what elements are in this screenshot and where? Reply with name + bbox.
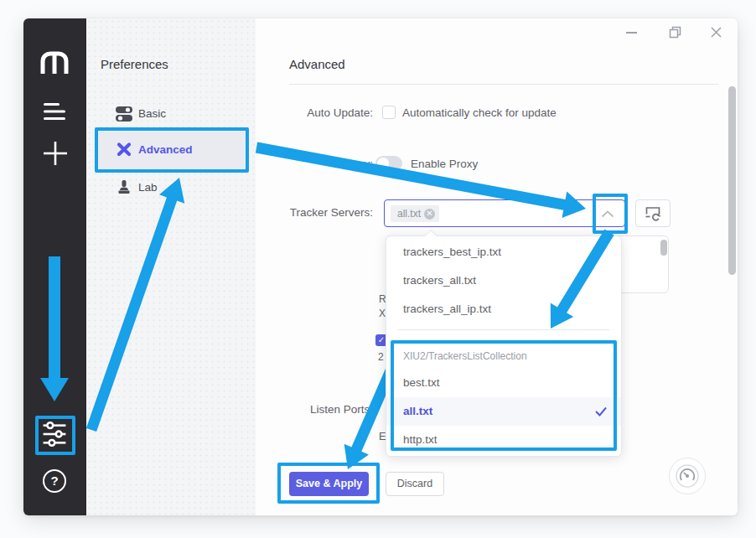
sidebar-item-label: Lab [138, 171, 158, 204]
dropdown-option[interactable]: trackers_best_ip.txt [386, 238, 621, 266]
tag-label: all.txt [397, 205, 421, 222]
tag-remove-icon[interactable]: ✕ [424, 209, 435, 220]
sidebar-item-basic[interactable]: Basic [96, 97, 248, 131]
dropdown-option[interactable]: http.txt [386, 426, 621, 454]
preferences-title: Preferences [101, 57, 226, 77]
discard-button[interactable]: Discard [386, 472, 444, 496]
sync-monitor-icon [645, 205, 661, 221]
sidebar-item-label: Advanced [138, 130, 193, 163]
auto-update-checkbox-label[interactable]: Automatically check for update [402, 105, 612, 122]
restore-icon [669, 26, 681, 39]
minimize-icon [626, 27, 637, 38]
selected-tracker-tag[interactable]: all.txt ✕ [391, 205, 439, 222]
preferences-panel [86, 18, 256, 515]
sidebar-item-label: Basic [138, 97, 166, 131]
app-window: ? Preferences Basic Advanced Lab [23, 18, 738, 515]
dropdown-option[interactable]: best.txt [386, 369, 621, 397]
task-list-icon[interactable] [44, 103, 67, 121]
stamp-icon [116, 179, 132, 196]
preferences-sliders-icon[interactable] [42, 421, 68, 447]
help-icon[interactable]: ? [43, 469, 66, 493]
sync-trackers-button[interactable] [635, 199, 671, 227]
tracker-servers-label: Tracker Servers: [247, 204, 373, 221]
toggles-icon [116, 106, 132, 122]
dropdown-divider [398, 329, 609, 330]
save-apply-button[interactable]: Save & Apply [289, 472, 369, 496]
page-title: Advanced [289, 57, 474, 79]
dropdown-group-label: XIU2/TrackersListCollection [386, 348, 621, 365]
obscured-text: 2 [378, 351, 384, 363]
chevron-up-icon[interactable] [601, 210, 614, 218]
obscured-text: X [379, 308, 386, 319]
close-icon [710, 26, 722, 39]
sidebar-item-advanced[interactable]: Advanced [96, 130, 248, 169]
auto-update-label: Auto Update: [247, 105, 373, 122]
speed-indicator-button[interactable] [669, 458, 706, 494]
motrix-logo-icon [39, 50, 70, 75]
window-scrollbar[interactable] [728, 86, 736, 275]
dropdown-option[interactable]: trackers_all.txt [386, 266, 621, 295]
dropdown-option[interactable]: trackers_all_ip.txt [386, 295, 621, 323]
add-task-icon[interactable] [44, 142, 67, 165]
proxy-label: Proxy: [247, 156, 373, 173]
tracker-select-dropdown: trackers_best_ip.txt trackers_all.txt tr… [386, 235, 622, 457]
divider [289, 84, 718, 85]
listen-ports-label: Listen Ports: [247, 401, 373, 418]
sidebar-item-lab[interactable]: Lab [96, 171, 248, 204]
auto-update-checkbox[interactable] [382, 106, 396, 119]
toggle-knob [377, 158, 389, 169]
close-button[interactable] [707, 23, 725, 41]
speedometer-icon [676, 464, 699, 488]
tools-icon [116, 141, 132, 158]
tracker-servers-select[interactable]: all.txt ✕ [384, 199, 625, 227]
dropdown-option-selected[interactable]: all.txt [386, 397, 621, 426]
proxy-toggle-label: Enable Proxy [411, 156, 536, 173]
minimize-button[interactable] [622, 23, 640, 41]
sidebar: ? [23, 18, 86, 515]
proxy-toggle[interactable] [375, 156, 402, 171]
maximize-button[interactable] [665, 23, 684, 41]
textarea-scrollbar[interactable] [660, 240, 667, 256]
check-icon [594, 406, 608, 417]
